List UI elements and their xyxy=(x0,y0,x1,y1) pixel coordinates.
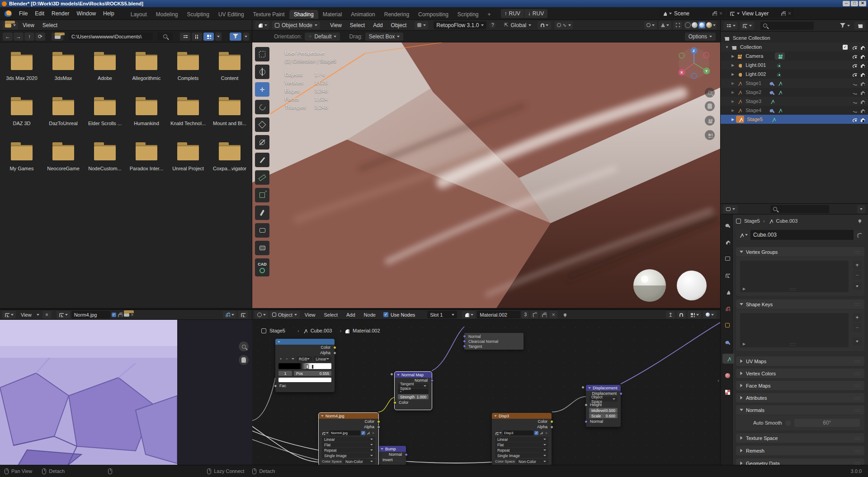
socket-clearcoat-normal[interactable]: Clearcoat Normal xyxy=(468,339,498,344)
ramp-gradient[interactable] xyxy=(278,363,331,369)
breadcrumb-object[interactable]: Stage5 xyxy=(269,328,285,333)
folder-item[interactable]: Coxpa...vigator xyxy=(209,139,250,184)
ramp-handle[interactable] xyxy=(311,365,314,369)
editor-type-button[interactable] xyxy=(3,21,18,29)
socket-tangent[interactable]: Tangent xyxy=(468,344,482,349)
tab-tool-icon[interactable] xyxy=(722,220,732,230)
up-button[interactable]: ↑ xyxy=(24,33,34,41)
back-button[interactable]: ← xyxy=(3,33,13,41)
hamburger-menu-button[interactable]: ≡ xyxy=(42,311,52,318)
bump-invert-row[interactable]: Invert xyxy=(378,457,406,463)
outliner-row-object[interactable]: ▶ Light.002 xyxy=(721,70,868,79)
eye-closed-icon[interactable] xyxy=(852,108,857,113)
tab-texture-icon[interactable] xyxy=(722,387,732,397)
shading-rendered-icon[interactable] xyxy=(706,22,712,28)
filebrowser-menu-select[interactable]: Select xyxy=(39,22,61,28)
outliner-search-field[interactable] xyxy=(760,22,814,30)
material-users-button[interactable]: 3 xyxy=(522,311,529,318)
panel-normals[interactable]: Normals:::: xyxy=(736,405,864,415)
breadcrumb-material[interactable]: Material.002 xyxy=(353,328,380,333)
normal-map-output[interactable]: Normal xyxy=(395,378,432,383)
shading-material-icon[interactable] xyxy=(698,22,705,28)
path-field[interactable]: C:\Users\wwwwww\Documents\ xyxy=(69,33,153,41)
material-name-field[interactable]: Material.002 xyxy=(477,311,520,318)
tab-output-icon[interactable] xyxy=(722,253,732,263)
colorramp-output-alpha[interactable]: Alpha xyxy=(275,350,335,355)
shading-wireframe-icon[interactable] xyxy=(685,22,691,28)
displacement-input-normal[interactable]: Normal xyxy=(586,419,621,424)
folder-item[interactable]: DAZ 3D xyxy=(1,94,42,139)
proportional-edit-button[interactable]: ∿ xyxy=(555,21,573,29)
new-layer-icon[interactable] xyxy=(781,11,786,16)
menu-file[interactable]: File xyxy=(15,10,31,17)
disp3-image-name-field[interactable]: Disp3 xyxy=(503,430,533,435)
shape-key-specials-button[interactable] xyxy=(853,337,862,346)
tab-world-icon[interactable] xyxy=(722,304,732,313)
folder-item[interactable]: Adobe xyxy=(84,49,126,94)
norm4-header[interactable]: Norm4.jpg xyxy=(319,413,378,419)
new-folder-button[interactable]: + xyxy=(52,33,63,41)
tool-rotate[interactable] xyxy=(255,100,269,114)
disclosure-icon[interactable]: ▶ xyxy=(731,90,734,94)
add-vertex-group-button[interactable]: + xyxy=(853,261,862,270)
tool-move[interactable]: ✛ xyxy=(255,82,269,97)
unlink-scene-icon[interactable]: × xyxy=(719,10,722,17)
disclosure-icon[interactable]: ▶ xyxy=(731,108,734,112)
slot-dropdown[interactable]: Slot 1 xyxy=(427,311,457,318)
mesh-type-dropdown[interactable] xyxy=(736,230,750,240)
tab-sculpting[interactable]: Sculpting xyxy=(183,10,214,19)
tool-extra-2[interactable] xyxy=(255,241,269,255)
display-thumbnails-button[interactable] xyxy=(203,33,214,41)
fake-user-shield-button[interactable] xyxy=(530,311,538,318)
panel-shape-keys[interactable]: Shape Keys:::: xyxy=(736,299,864,309)
image-use-checkbox[interactable]: ✓ xyxy=(112,313,116,317)
node-snap-grid-dropdown[interactable] xyxy=(688,311,701,318)
folder-item[interactable]: Elder Scrolls ... xyxy=(84,94,126,139)
filter-toggle-button[interactable] xyxy=(230,33,241,41)
disclosure-icon[interactable]: ▶ xyxy=(731,117,734,122)
displacement-scale-slider[interactable]: Scale0.600 xyxy=(589,413,618,418)
ortho-grid-control[interactable] xyxy=(705,130,715,140)
viewport-menu-object[interactable]: Object xyxy=(387,22,410,28)
tab-rendering[interactable]: Rendering xyxy=(380,10,414,19)
auto-smooth-checkbox[interactable] xyxy=(786,421,791,426)
display-mode-dropdown[interactable] xyxy=(740,22,754,30)
norm4-image-name-field[interactable]: Norm4.jpg xyxy=(330,430,360,435)
vertex-groups-list[interactable]: ▶ :::: xyxy=(740,261,849,292)
node-menu-node[interactable]: Node xyxy=(360,312,379,318)
displacement-midlevel-slider[interactable]: Midlevel0.500 xyxy=(589,408,618,413)
image-copy-icon[interactable] xyxy=(118,312,123,317)
tab-object-icon[interactable] xyxy=(722,320,732,330)
tool-measure[interactable] xyxy=(255,170,269,185)
view-layer-selector[interactable]: View Layer × xyxy=(727,9,794,18)
tab-scene-icon[interactable] xyxy=(722,287,732,297)
remove-shape-key-button[interactable]: − xyxy=(853,323,862,332)
outliner-row-scene-collection[interactable]: Scene Collection xyxy=(721,33,868,42)
norm4-extension-dropdown[interactable]: Repeat xyxy=(322,448,375,453)
image-browse-icon[interactable] xyxy=(495,430,502,435)
folder-item[interactable]: 3ds Max 2020 xyxy=(1,49,42,94)
image-browse-dropdown[interactable] xyxy=(57,311,70,318)
node-tree-up-button[interactable]: ↥ xyxy=(666,311,675,318)
breadcrumb-data[interactable]: Cube.003 xyxy=(776,218,798,224)
tool-options-dropdown[interactable] xyxy=(415,21,428,29)
new-collection-button[interactable] xyxy=(854,22,865,30)
ruv-export-button[interactable]: ↑ RUV xyxy=(501,9,524,18)
norm4-color-space-dropdown[interactable]: Non-Color xyxy=(343,459,375,464)
tab-material[interactable]: Material xyxy=(318,10,347,19)
tool-brush[interactable] xyxy=(255,206,269,220)
image-copy-icon[interactable] xyxy=(539,431,543,435)
tab-uv-editing[interactable]: UV Editing xyxy=(214,10,249,19)
shading-solid-icon[interactable] xyxy=(692,22,698,28)
eye-icon[interactable] xyxy=(852,63,857,68)
norm4-source-dropdown[interactable]: Single Image xyxy=(322,453,375,458)
vertex-group-specials-button[interactable] xyxy=(853,282,862,290)
editor-type-button[interactable] xyxy=(255,311,268,318)
remove-vertex-group-button[interactable]: − xyxy=(853,271,862,280)
panel-vertex-groups[interactable]: Vertex Groups:::: xyxy=(736,247,864,257)
render-disabled-icon[interactable] xyxy=(860,108,865,113)
normal-map-input-color[interactable]: Color xyxy=(395,400,432,405)
display-horizontal-list-button[interactable] xyxy=(192,33,202,41)
tool-cursor[interactable] xyxy=(255,65,269,79)
image-link-button[interactable] xyxy=(238,311,248,318)
